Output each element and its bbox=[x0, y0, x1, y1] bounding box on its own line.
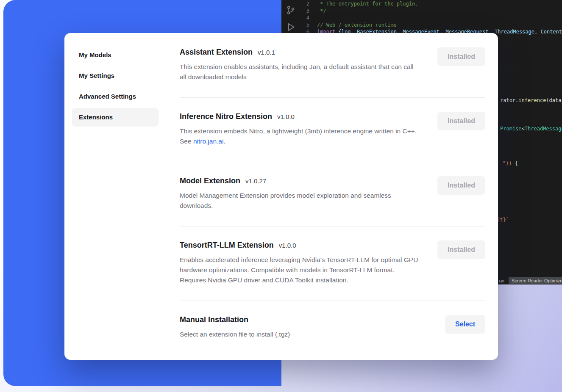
nitro-jan-ai-link[interactable]: nitro.jan.ai. bbox=[193, 138, 225, 145]
code-segment: inference bbox=[518, 97, 546, 103]
installed-button[interactable]: Installed bbox=[437, 112, 485, 130]
code-segment: // Web / extension runtime bbox=[317, 22, 397, 28]
extension-title: Assistant Extension bbox=[180, 47, 253, 57]
extension-description: Enables accelerated inference leveraging… bbox=[180, 255, 421, 285]
description-text: Select an extension file to install (.tg… bbox=[180, 331, 290, 338]
code-fragment: Promise<ThreadMessage> bbox=[500, 125, 562, 132]
extension-description: This extension embeds Nitro, a lightweig… bbox=[180, 126, 421, 146]
source-control-icon[interactable] bbox=[286, 5, 296, 15]
extension-title-line: Inference Nitro Extensionv1.0.0 bbox=[180, 112, 421, 121]
extension-description: Model Management Extension provides mode… bbox=[180, 190, 421, 211]
extension-title: Manual Installation bbox=[180, 315, 248, 324]
extension-version: v1.0.0 bbox=[279, 242, 296, 249]
sidebar-item-my-models[interactable]: My Models bbox=[72, 46, 159, 64]
code-line: 4 bbox=[300, 14, 562, 22]
line-number: 5 bbox=[300, 22, 309, 29]
extension-info: TensortRT-LLM Extensionv1.0.0Enables acc… bbox=[180, 240, 421, 285]
code-fragment: lt}` bbox=[497, 216, 509, 223]
code-segment: ")) bbox=[503, 160, 512, 166]
code-segment: lt}` bbox=[497, 217, 509, 223]
extension-row: Manual InstallationSelect an extension f… bbox=[180, 301, 485, 355]
code-segment: ThreadMessage bbox=[525, 126, 562, 132]
extension-title: Model Extension bbox=[180, 176, 240, 185]
sidebar-item-extensions[interactable]: Extensions bbox=[72, 108, 159, 127]
settings-modal: My ModelsMy SettingsAdvanced SettingsExt… bbox=[64, 33, 498, 360]
extension-version: v1.0.27 bbox=[245, 177, 266, 185]
extension-row: TensortRT-LLM Extensionv1.0.0Enables acc… bbox=[180, 226, 485, 301]
code-segment: Promise bbox=[500, 126, 522, 132]
code-segment: < bbox=[522, 126, 525, 132]
code-line: 2 * The entrypoint for the plugin. bbox=[300, 0, 562, 8]
extension-row: Assistant Extensionv1.0.1This extension … bbox=[180, 33, 485, 98]
line-number: 3 bbox=[300, 8, 309, 15]
line-number: 2 bbox=[300, 0, 309, 8]
settings-nav: My ModelsMy SettingsAdvanced SettingsExt… bbox=[64, 33, 165, 360]
extension-info: Assistant Extensionv1.0.1This extension … bbox=[180, 47, 421, 82]
code-segment: ThreadMessage bbox=[495, 29, 534, 35]
description-text: This extension enables assistants, inclu… bbox=[180, 63, 413, 80]
code-line: 3 */ bbox=[300, 8, 562, 15]
extension-title: Inference Nitro Extension bbox=[180, 112, 272, 121]
sidebar-item-advanced-settings[interactable]: Advanced Settings bbox=[72, 87, 159, 106]
code-segment: */ bbox=[317, 8, 326, 14]
code-segment: * The entrypoint for the plugin. bbox=[317, 1, 418, 7]
extension-title-line: TensortRT-LLM Extensionv1.0.0 bbox=[180, 240, 421, 250]
extension-info: Manual InstallationSelect an extension f… bbox=[180, 315, 290, 340]
extension-version: v1.0.0 bbox=[277, 113, 295, 120]
extension-info: Model Extensionv1.0.27Model Management E… bbox=[180, 176, 421, 211]
code-lines: 2 * The entrypoint for the plugin.3 */45… bbox=[300, 0, 562, 36]
extension-title: TensortRT-LLM Extension bbox=[180, 240, 274, 250]
installed-button[interactable]: Installed bbox=[437, 176, 485, 195]
code-fragment: rator.inference(data)); bbox=[500, 97, 562, 104]
extension-description: Select an extension file to install (.tg… bbox=[180, 329, 290, 340]
extension-title-line: Model Extensionv1.0.27 bbox=[180, 176, 421, 185]
code-segment: (data)); bbox=[546, 97, 562, 103]
run-debug-icon[interactable] bbox=[286, 22, 296, 32]
extension-description: This extension enables assistants, inclu… bbox=[180, 62, 421, 82]
extension-info: Inference Nitro Extensionv1.0.0This exte… bbox=[180, 112, 421, 146]
sidebar-item-my-settings[interactable]: My Settings bbox=[72, 66, 159, 85]
extension-list: Assistant Extensionv1.0.1This extension … bbox=[165, 33, 498, 360]
description-text: Enables accelerated inference leveraging… bbox=[180, 256, 418, 284]
installed-button[interactable]: Installed bbox=[437, 240, 485, 259]
code-segment: { bbox=[512, 160, 518, 166]
code-line: 5// Web / extension runtime bbox=[300, 22, 562, 29]
line-number: 4 bbox=[300, 14, 309, 22]
code-segment: ContentType bbox=[540, 29, 562, 35]
screen-reader-badge[interactable]: Screen Reader Optimized bbox=[509, 277, 562, 284]
status-text: go bbox=[499, 278, 504, 283]
extension-version: v1.0.1 bbox=[258, 49, 275, 56]
code-segment: rator. bbox=[500, 97, 518, 103]
code-segment: , bbox=[534, 29, 540, 35]
installed-button[interactable]: Installed bbox=[437, 47, 485, 66]
extension-row: Inference Nitro Extensionv1.0.0This exte… bbox=[180, 98, 485, 162]
extension-row: Model Extensionv1.0.27Model Management E… bbox=[180, 162, 485, 226]
select-button[interactable]: Select bbox=[445, 315, 485, 334]
description-text: Model Management Extension provides mode… bbox=[180, 192, 391, 209]
extension-title-line: Assistant Extensionv1.0.1 bbox=[180, 47, 421, 57]
extension-title-line: Manual Installation bbox=[180, 315, 290, 324]
code-fragment: ")) { bbox=[503, 160, 518, 167]
